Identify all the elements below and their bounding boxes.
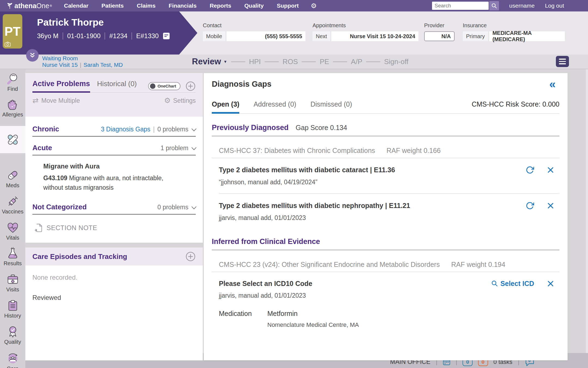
sidebar-item-results[interactable]: Results <box>0 247 25 267</box>
nav-reports[interactable]: Reports <box>210 2 231 9</box>
chronic-section-row: Chronic 3 Diagnosis Gaps | 0 problems <box>32 118 196 137</box>
not-categorized-count[interactable]: 0 problems <box>157 204 188 211</box>
stage-ap[interactable]: A/P <box>351 58 362 66</box>
problems-settings-button[interactable]: ⚙ Settings <box>164 97 196 104</box>
gaps-tabs: Open (3) Addressed (0) Dismissed (0) CMS… <box>212 100 559 114</box>
appointments-group: Appointments Next Nurse Visit 15 10-24-2… <box>313 22 418 41</box>
section-note-button[interactable]: SECTION NOTE <box>32 223 196 233</box>
encounter-bar: Waiting Room Nurse Visit 15|Sarah Test, … <box>0 55 588 69</box>
care-team-icon <box>7 352 19 365</box>
nav-calendar[interactable]: Calendar <box>64 2 88 9</box>
gap-item: Type 2 diabetes mellitus with diabetic c… <box>212 158 559 194</box>
sidebar-item-visits[interactable]: Visits <box>0 273 25 293</box>
username-menu[interactable]: username <box>509 2 535 9</box>
stage-ros[interactable]: ROS <box>283 58 298 66</box>
diagnosis-gaps-link[interactable]: 3 Diagnosis Gaps <box>101 126 151 133</box>
stage-signoff[interactable]: Sign-off <box>384 58 408 66</box>
care-episodes-reviewed[interactable]: Reviewed <box>32 294 196 301</box>
stage-review-dropdown[interactable]: Review ▼ <box>192 57 227 67</box>
double-chevron-down-icon <box>29 52 36 58</box>
insurance-field[interactable]: MEDICARE-MA (MEDICARE) <box>489 31 565 41</box>
nav-financials[interactable]: Financials <box>169 2 197 9</box>
sidebar-item-vaccines[interactable]: Vaccines <box>0 195 25 215</box>
athenaone-logo[interactable]: athenaOne® <box>7 2 52 10</box>
settings-gear-icon[interactable]: ⚙ <box>311 2 317 9</box>
search-input[interactable] <box>432 2 489 10</box>
patient-initials: PT <box>5 24 21 39</box>
evidence-value: Metformin <box>267 310 359 318</box>
mobile-value-field[interactable]: (555) 555-5555 <box>226 31 305 41</box>
stage-connector <box>366 61 380 62</box>
chevron-down-icon[interactable] <box>191 145 196 150</box>
nav-support[interactable]: Support <box>277 2 299 9</box>
stage-pe[interactable]: PE <box>320 58 329 66</box>
sidebar-item-history[interactable]: History <box>0 299 25 319</box>
diagnosis-gaps-panel: Diagnosis Gaps « Open (3) Addressed (0) … <box>204 73 568 360</box>
history-clipboard-icon <box>7 299 19 312</box>
divider <box>63 32 63 40</box>
redo-arrow-icon <box>526 166 534 174</box>
gap-item: Type 2 diabetes mellitus with diabetic n… <box>212 194 559 222</box>
select-icd-button[interactable]: Select ICD <box>491 280 534 288</box>
hcc-category-row: CMS-HCC 23 (v24): Other Significant Endo… <box>212 261 559 272</box>
readdress-button[interactable] <box>526 166 534 174</box>
move-multiple-icon: ⇄ <box>32 97 39 104</box>
logout-button[interactable]: Log out <box>545 2 564 9</box>
tab-historical[interactable]: Historical (0) <box>97 80 137 91</box>
care-episodes-title: Care Episodes and Tracking <box>32 252 127 261</box>
nav-claims[interactable]: Claims <box>137 2 156 9</box>
provider-field[interactable]: N/A <box>424 31 455 41</box>
breadcrumb-visit[interactable]: Nurse Visit 15 <box>42 62 78 68</box>
readdress-button[interactable] <box>526 201 534 210</box>
breadcrumb-location[interactable]: Waiting Room <box>42 55 78 61</box>
tab-dismissed[interactable]: Dismissed (0) <box>310 100 352 112</box>
expand-banner-button[interactable] <box>26 49 39 62</box>
search-button[interactable] <box>489 1 499 10</box>
tab-open[interactable]: Open (3) <box>212 100 239 114</box>
add-problem-button[interactable] <box>185 81 196 91</box>
acute-section-row: Acute 1 problem <box>32 137 196 155</box>
hamburger-menu-button[interactable] <box>556 56 569 67</box>
nav-patients[interactable]: Patients <box>102 2 124 9</box>
collapse-panel-icon[interactable]: « <box>549 80 556 89</box>
global-search <box>432 1 499 10</box>
sidebar-item-find[interactable]: Find <box>0 73 25 92</box>
x-close-icon <box>547 280 555 288</box>
stage-connector <box>333 61 347 62</box>
sidebar-item-quality[interactable]: Quality <box>0 325 25 345</box>
sidebar-item-meds[interactable]: Meds <box>0 169 25 189</box>
move-multiple-button[interactable]: ⇄ Move Multiple <box>32 97 80 104</box>
tab-addressed[interactable]: Addressed (0) <box>253 100 296 112</box>
sidebar-item-allergies[interactable]: Allergies <box>0 98 25 118</box>
next-appointment-field[interactable]: Nurse Visit 15 10-24-2024 <box>331 31 418 41</box>
camera-icon[interactable] <box>5 42 11 47</box>
patient-record-number: #1234 <box>109 32 127 40</box>
problem-item[interactable]: Migrane with Aura G43.109 Migrane with a… <box>32 155 196 194</box>
redo-arrow-icon <box>526 201 534 210</box>
breadcrumb-provider[interactable]: Sarah Test, MD <box>84 62 123 68</box>
acute-count[interactable]: 1 problem <box>161 144 188 152</box>
chevron-down-icon[interactable] <box>191 126 196 131</box>
hcc-name: CMS-HCC 23 (v24): Other Significant Endo… <box>219 261 440 269</box>
sidebar-item-care[interactable]: Care <box>0 352 25 368</box>
scrollbar-track[interactable] <box>586 55 588 368</box>
problem-description: G43.109 Migrane with aura, not intractab… <box>43 173 196 192</box>
tab-active-problems[interactable]: Active Problems <box>32 80 90 93</box>
onechart-toggle[interactable]: OneChart <box>148 82 180 90</box>
provider-group: Provider N/A <box>424 22 455 41</box>
encounter-note-icon[interactable] <box>163 32 170 40</box>
nav-quality[interactable]: Quality <box>244 2 264 9</box>
diagnosis-gaps-title: Diagnosis Gaps <box>212 80 271 89</box>
sidebar-item-vitals[interactable]: Vitals <box>0 221 25 241</box>
chevron-down-icon[interactable] <box>191 204 196 209</box>
dismiss-button[interactable] <box>547 280 555 288</box>
chronic-count[interactable]: 0 problems <box>157 126 188 133</box>
sidebar-item-problems-selected[interactable] <box>0 126 25 153</box>
dismiss-button[interactable] <box>547 166 555 174</box>
allergies-hand-icon <box>7 98 19 111</box>
care-episodes-body: None recorded. Reviewed <box>25 266 203 360</box>
add-care-episode-button[interactable] <box>185 251 196 262</box>
stage-hpi[interactable]: HPI <box>249 58 261 66</box>
top-nav: athenaOne® Calendar Patients Claims Fina… <box>0 0 588 11</box>
dismiss-button[interactable] <box>547 202 555 210</box>
